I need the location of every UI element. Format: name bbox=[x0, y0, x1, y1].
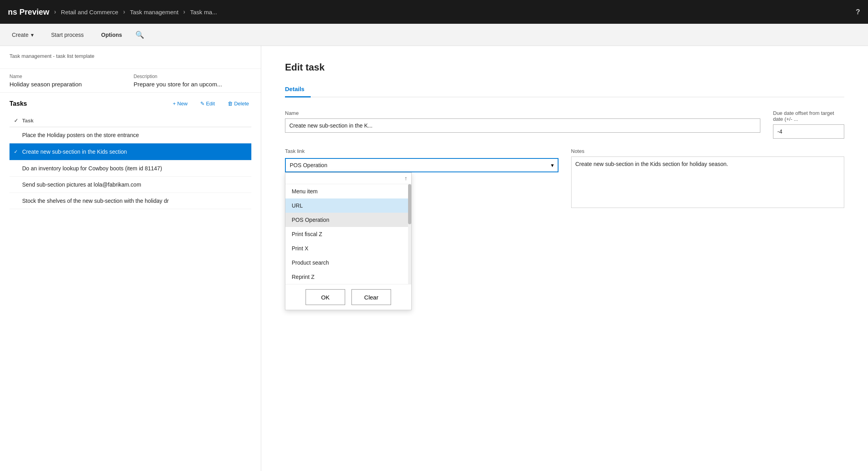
dropdown-search-row: ↑ bbox=[285, 173, 411, 184]
ok-label: OK bbox=[321, 294, 330, 301]
task-text-3: Do an inventory lookup for Cowboy boots … bbox=[22, 165, 251, 172]
dropdown-item-print-x[interactable]: Print X bbox=[285, 241, 411, 256]
start-process-label: Start process bbox=[51, 32, 84, 38]
delete-task-button[interactable]: 🗑 Delete bbox=[225, 99, 251, 108]
dropdown-item-print-fiscal-z[interactable]: Print fiscal Z bbox=[285, 227, 411, 241]
task-row[interactable]: Send sub-section pictures at lola@fabrik… bbox=[9, 177, 251, 193]
dropdown-item-menu-item[interactable]: Menu item bbox=[285, 184, 411, 198]
search-icon[interactable]: 🔍 bbox=[135, 31, 144, 39]
start-process-button[interactable]: Start process bbox=[47, 29, 87, 40]
task-text-4: Send sub-section pictures at lola@fabrik… bbox=[22, 181, 251, 188]
breadcrumb-task-management[interactable]: Task management bbox=[130, 9, 179, 15]
notes-form-group: Notes Create new sub-section in the Kids… bbox=[571, 148, 845, 208]
create-button[interactable]: Create ▾ bbox=[8, 29, 38, 40]
description-label: Description bbox=[134, 74, 252, 79]
check-col-header: ✓ bbox=[9, 118, 22, 124]
due-date-form-group: Due date offset from target date (+/- ..… bbox=[773, 110, 844, 139]
create-label: Create bbox=[12, 32, 28, 38]
task-check-2: ✓ bbox=[9, 148, 22, 155]
name-field: Name Holiday season preparation bbox=[9, 74, 127, 88]
app-title: ns Preview bbox=[8, 8, 49, 17]
dropdown-ok-button[interactable]: OK bbox=[306, 289, 345, 305]
page-subtitle: Task management - task list template bbox=[9, 53, 251, 59]
new-task-button[interactable]: + New bbox=[171, 99, 190, 108]
dropdown-list: ↑ Menu item URL POS Operation bbox=[285, 172, 412, 310]
edit-label: ✎ Edit bbox=[200, 101, 215, 107]
task-row[interactable]: Stock the shelves of the new sub-section… bbox=[9, 193, 251, 209]
dropdown-item-product-search[interactable]: Product search bbox=[285, 256, 411, 270]
dropdown-item-label: Menu item bbox=[292, 188, 317, 195]
dropdown-item-label: Print fiscal Z bbox=[292, 231, 322, 237]
edit-task-button[interactable]: ✎ Edit bbox=[198, 99, 217, 108]
task-link-dropdown-wrapper: POS Operation ▾ ↑ bbox=[285, 158, 558, 172]
breadcrumb-sep-1: › bbox=[54, 8, 56, 15]
name-value: Holiday season preparation bbox=[9, 81, 127, 88]
due-date-label: Due date offset from target date (+/- ..… bbox=[773, 110, 844, 122]
options-label: Options bbox=[101, 32, 122, 38]
checked-icon: ✓ bbox=[12, 148, 19, 155]
dropdown-item-label: Print X bbox=[292, 245, 308, 252]
breadcrumb-sep-2: › bbox=[123, 8, 125, 15]
tab-details-label: Details bbox=[285, 86, 304, 92]
dropdown-chevron-icon: ▾ bbox=[551, 162, 554, 168]
create-chevron: ▾ bbox=[31, 32, 34, 38]
edit-task-title: Edit task bbox=[285, 62, 844, 73]
dropdown-clear-button[interactable]: Clear bbox=[351, 289, 391, 305]
right-panel: Edit task Details Name Due date offset f… bbox=[261, 46, 868, 471]
due-date-input[interactable] bbox=[773, 124, 844, 139]
top-nav: ns Preview › Retail and Commerce › Task … bbox=[0, 0, 868, 24]
dropdown-item-pos-operation[interactable]: POS Operation bbox=[285, 213, 411, 227]
dropdown-scrollbar[interactable] bbox=[408, 184, 411, 284]
dropdown-item-url[interactable]: URL bbox=[285, 198, 411, 213]
breadcrumb-sep-3: › bbox=[183, 8, 185, 15]
dropdown-search-input[interactable] bbox=[289, 175, 405, 181]
notes-textarea[interactable]: Create new sub-section in the Kids secti… bbox=[571, 156, 845, 208]
task-link-select[interactable]: POS Operation ▾ bbox=[285, 158, 558, 172]
breadcrumb-retail[interactable]: Retail and Commerce bbox=[61, 9, 118, 15]
check-icon-header: ✓ bbox=[14, 118, 18, 124]
notes-label: Notes bbox=[571, 148, 845, 154]
tasks-title: Tasks bbox=[9, 100, 163, 107]
task-row[interactable]: Place the Holiday posters on the store e… bbox=[9, 127, 251, 143]
tasks-header: Tasks + New ✎ Edit 🗑 Delete bbox=[9, 99, 251, 108]
task-link-form-group: Task link POS Operation ▾ ↑ bbox=[285, 148, 558, 208]
task-text-2: Create new sub-section in the Kids secti… bbox=[22, 149, 251, 155]
breadcrumb-task-ma[interactable]: Task ma... bbox=[190, 9, 217, 15]
dropdown-item-label: Reprint Z bbox=[292, 274, 315, 280]
dropdown-item-label: POS Operation bbox=[292, 217, 329, 223]
new-label: + New bbox=[173, 101, 188, 107]
form-row-name: Name Due date offset from target date (+… bbox=[285, 110, 844, 139]
task-text-5: Stock the shelves of the new sub-section… bbox=[22, 198, 251, 204]
task-column-header: Task bbox=[22, 118, 34, 124]
name-label: Name bbox=[9, 74, 127, 79]
clear-label: Clear bbox=[364, 294, 378, 301]
form-row-tasklink: Task link POS Operation ▾ ↑ bbox=[285, 148, 844, 208]
name-input[interactable] bbox=[285, 118, 760, 133]
toolbar: Create ▾ Start process Options 🔍 bbox=[0, 24, 868, 46]
dropdown-item-label: URL bbox=[292, 202, 303, 209]
help-icon[interactable]: ? bbox=[856, 8, 860, 16]
tab-bar: Details bbox=[285, 82, 844, 97]
name-field-label: Name bbox=[285, 110, 760, 116]
dropdown-scrollbar-thumb bbox=[408, 184, 411, 224]
description-field: Description Prepare you store for an upc… bbox=[134, 74, 252, 88]
task-row[interactable]: ✓ Create new sub-section in the Kids sec… bbox=[9, 143, 251, 160]
task-link-label: Task link bbox=[285, 148, 558, 154]
left-panel: Task management - task list template Nam… bbox=[0, 46, 261, 471]
tasks-section: Tasks + New ✎ Edit 🗑 Delete ✓ Task bbox=[0, 93, 261, 471]
sort-icon[interactable]: ↑ bbox=[405, 175, 407, 181]
page-header: Task management - task list template bbox=[0, 46, 261, 69]
dropdown-item-reprint-z[interactable]: Reprint Z bbox=[285, 270, 411, 284]
delete-label: 🗑 Delete bbox=[228, 101, 249, 107]
task-link-selected-text: POS Operation bbox=[290, 162, 327, 168]
description-value: Prepare you store for an upcom... bbox=[134, 81, 252, 88]
tab-details[interactable]: Details bbox=[285, 82, 311, 97]
dropdown-item-label: Product search bbox=[292, 259, 329, 266]
task-text-1: Place the Holiday posters on the store e… bbox=[22, 132, 251, 138]
meta-row: Name Holiday season preparation Descript… bbox=[0, 69, 261, 93]
name-form-group: Name bbox=[285, 110, 760, 139]
task-list-header: ✓ Task bbox=[9, 114, 251, 127]
options-button[interactable]: Options bbox=[97, 29, 126, 40]
main-content: Task management - task list template Nam… bbox=[0, 46, 868, 471]
task-row[interactable]: Do an inventory lookup for Cowboy boots … bbox=[9, 160, 251, 177]
